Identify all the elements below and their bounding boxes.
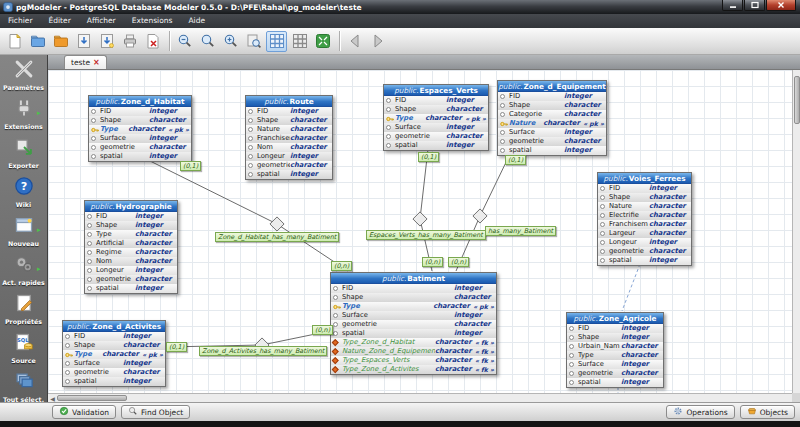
table-zone_d_habitat[interactable]: public.Zone_d_HabitatFIDintegerShapechar… bbox=[88, 95, 192, 162]
overview-icon[interactable] bbox=[243, 31, 264, 52]
find-object-button[interactable]: Find Object bbox=[121, 405, 190, 419]
relation-label[interactable]: (0,1) bbox=[418, 152, 439, 162]
menu-item-afficher[interactable]: Afficher bbox=[79, 14, 124, 28]
tab-close-icon[interactable]: × bbox=[93, 59, 100, 67]
forward-icon[interactable] bbox=[367, 31, 388, 52]
maximize-icon[interactable] bbox=[744, 0, 765, 11]
recent-models-icon[interactable] bbox=[50, 31, 71, 52]
sidebar-item-source[interactable]: SQLSource bbox=[1, 332, 47, 364]
minimize-icon[interactable] bbox=[722, 0, 743, 11]
show-grid-icon[interactable] bbox=[266, 31, 287, 52]
vertical-scrollbar-thumb[interactable] bbox=[794, 76, 800, 124]
table-espaces_verts[interactable]: public.Espaces_VertsFIDintegerShapechara… bbox=[383, 84, 489, 151]
column-name: spatial bbox=[74, 377, 123, 386]
sidebar-item-param-tres[interactable]: Paramètres bbox=[1, 59, 47, 91]
table-header[interactable]: public.Zone_Agricole bbox=[567, 313, 663, 324]
zoom-out-icon[interactable] bbox=[174, 31, 195, 52]
relation-diamond[interactable] bbox=[473, 209, 487, 223]
sidebar-item-wiki[interactable]: ?Wiki bbox=[1, 176, 47, 208]
table-column-row: Nomcharacter bbox=[246, 143, 332, 152]
table-hydrographie[interactable]: public.HydrographieFIDintegerShapeintege… bbox=[84, 200, 178, 294]
save-all-icon[interactable] bbox=[96, 31, 117, 52]
tab-teste[interactable]: teste × bbox=[64, 55, 107, 69]
column-type: integer bbox=[123, 377, 163, 386]
table-header[interactable]: public.Hydrographie bbox=[85, 201, 177, 212]
button-label: Validation bbox=[72, 408, 109, 417]
column-type: character bbox=[649, 220, 689, 229]
back-icon[interactable] bbox=[344, 31, 365, 52]
table-header[interactable]: public.Voies_Ferrees bbox=[598, 173, 691, 184]
relation-label[interactable]: Zone_d_Activites_has_many_Batiment bbox=[199, 346, 327, 356]
relation-line[interactable] bbox=[420, 149, 432, 271]
table-header[interactable]: public.Batiment bbox=[331, 273, 496, 284]
table-column-row: Artificialcharacter bbox=[85, 239, 177, 248]
table-header[interactable]: public.Espaces_Verts bbox=[384, 85, 488, 96]
relation-label[interactable]: (0,n) bbox=[312, 325, 333, 335]
toolbar-separator bbox=[339, 31, 340, 51]
relation-label[interactable]: (0,1) bbox=[505, 155, 526, 165]
relation-label[interactable]: (0,n) bbox=[448, 257, 469, 267]
table-header[interactable]: public.Zone_d_Equipement bbox=[498, 81, 606, 92]
best-fit-icon[interactable] bbox=[312, 31, 333, 52]
attribute-circle-icon bbox=[87, 241, 96, 246]
relation-label[interactable]: (0,1) bbox=[180, 161, 201, 171]
sidebar-item-tout-s-lect-[interactable]: Tout sélect. bbox=[1, 371, 47, 403]
relation-label[interactable]: (0,1) bbox=[166, 342, 187, 352]
relation-label[interactable]: Espaces_Verts_has_many_Batiment bbox=[366, 230, 486, 240]
sidebar-item-extensions[interactable]: ▸Extensions bbox=[1, 98, 47, 130]
relation-line[interactable] bbox=[622, 264, 640, 311]
window-controls bbox=[721, 0, 796, 11]
attribute-circle-icon bbox=[569, 335, 578, 340]
table-column-row: Franchisemcharacter bbox=[246, 134, 332, 143]
table-route[interactable]: public.RouteFIDintegerShapecharacterNatu… bbox=[245, 95, 333, 180]
menu-item-aide[interactable]: Aide bbox=[180, 14, 213, 28]
horizontal-scrollbar-thumb[interactable] bbox=[57, 395, 127, 401]
attribute-circle-icon bbox=[65, 334, 74, 339]
sidebar-item-propri-t-s[interactable]: Propriétés bbox=[1, 293, 47, 325]
scroll-left-icon[interactable]: ◀ bbox=[48, 395, 57, 402]
relation-label[interactable]: has_many_Batiment bbox=[485, 226, 556, 236]
table-zone_d_activites[interactable]: public.Zone_d_ActivitesFIDintegerShapech… bbox=[62, 320, 166, 387]
relation-label[interactable]: Zone_d_Habitat_has_many_Batiment bbox=[215, 232, 339, 242]
menu-item-éditer[interactable]: Éditer bbox=[41, 14, 79, 28]
sidebar-item-act-rapides[interactable]: ▸Act. rapides bbox=[1, 254, 47, 286]
diagram-canvas[interactable]: public.Zone_d_HabitatFIDintegerShapechar… bbox=[48, 70, 792, 393]
menu-item-extensions[interactable]: Extensions bbox=[124, 14, 181, 28]
attribute-circle-icon bbox=[333, 331, 342, 336]
close-icon[interactable] bbox=[766, 0, 796, 11]
save-model-icon[interactable] bbox=[73, 31, 94, 52]
relation-diamond[interactable] bbox=[270, 217, 284, 231]
table-batiment[interactable]: public.BatimentFIDintegerShapecharacterT… bbox=[330, 272, 497, 375]
zoom-normal-icon[interactable] bbox=[197, 31, 218, 52]
objects-button[interactable]: Objects bbox=[740, 405, 795, 419]
operations-button[interactable]: Operations bbox=[666, 405, 734, 419]
table-zone_d_equipement[interactable]: public.Zone_d_EquipementFIDintegerShapec… bbox=[497, 80, 607, 156]
column-name: Type_Espaces_Verts bbox=[342, 356, 435, 365]
new-model-icon[interactable] bbox=[4, 31, 25, 52]
relation-diamond[interactable] bbox=[413, 212, 427, 226]
sidebar-item-nouveau[interactable]: ▸Nouveau bbox=[1, 215, 47, 247]
align-grid-icon[interactable] bbox=[289, 31, 310, 52]
validation-button[interactable]: Validation bbox=[52, 405, 116, 419]
relation-label[interactable]: (0,n) bbox=[331, 261, 352, 271]
open-model-icon[interactable] bbox=[27, 31, 48, 52]
sidebar-item-exporter[interactable]: Exporter bbox=[1, 137, 47, 169]
table-schema: public. bbox=[67, 322, 91, 331]
relation-line[interactable] bbox=[166, 331, 330, 347]
column-name: geometrie bbox=[509, 137, 564, 146]
print-icon[interactable] bbox=[119, 31, 140, 52]
table-header[interactable]: public.Zone_d_Activites bbox=[63, 321, 165, 332]
relation-label[interactable]: (0,n) bbox=[422, 257, 443, 267]
table-column-row: geometriecharacter bbox=[89, 143, 191, 152]
zoom-in-icon[interactable] bbox=[220, 31, 241, 52]
table-header[interactable]: public.Route bbox=[246, 96, 332, 107]
menu-item-fichier[interactable]: Fichier bbox=[0, 14, 41, 28]
table-zone_agricole[interactable]: public.Zone_AgricoleFIDintegerShapeinteg… bbox=[566, 312, 664, 388]
table-voies_ferrees[interactable]: public.Voies_FerreesFIDintegerShapechara… bbox=[597, 172, 692, 266]
table-column-row: Shapeinteger bbox=[85, 221, 177, 230]
table-header[interactable]: public.Zone_d_Habitat bbox=[89, 96, 191, 107]
vertical-scrollbar[interactable] bbox=[792, 70, 800, 402]
horizontal-scrollbar[interactable]: ◀ bbox=[48, 393, 792, 402]
table-column-row: Categoriecharacter bbox=[498, 110, 606, 119]
close-model-icon[interactable] bbox=[142, 31, 163, 52]
